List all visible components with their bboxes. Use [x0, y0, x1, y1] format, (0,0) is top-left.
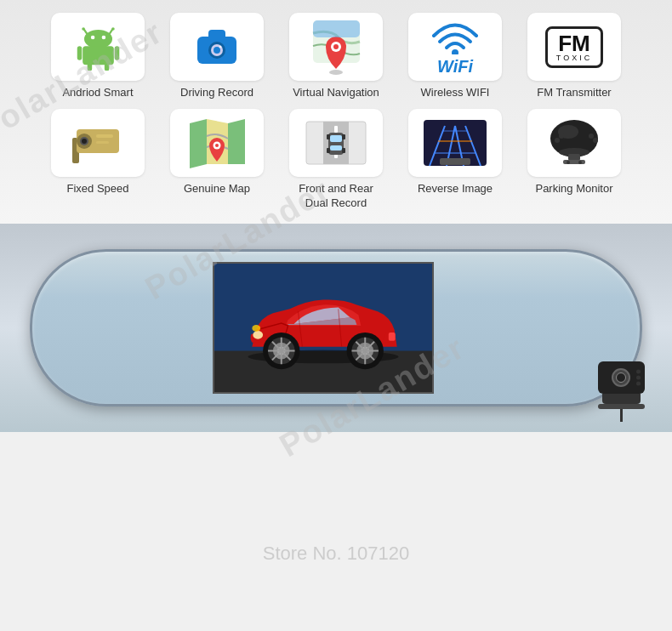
svg-rect-43: [330, 145, 342, 151]
feature-fm: FM TOXIC FM Transmitter: [519, 13, 629, 100]
cam-light-2: [636, 375, 641, 379]
feature-driving: Driving Record: [162, 13, 272, 100]
svg-point-89: [252, 325, 260, 332]
svg-point-16: [214, 47, 220, 54]
svg-rect-22: [313, 20, 360, 37]
speed-label: Fixed Speed: [67, 182, 129, 196]
map-icon: [185, 115, 249, 170]
svg-point-6: [101, 35, 105, 39]
svg-rect-10: [87, 63, 92, 71]
camera-body: [598, 361, 645, 394]
svg-rect-7: [83, 46, 114, 65]
wifi-label: Wireless WIFI: [421, 86, 490, 100]
speed-icon-box: [51, 109, 145, 177]
parking-label: Parking Monitor: [535, 182, 612, 196]
front-rear-icon: [302, 117, 370, 168]
svg-rect-44: [327, 134, 330, 139]
fm-icon-box: FM TOXIC: [527, 13, 621, 81]
camera-wire: [620, 409, 623, 422]
store-watermark: Store No. 107120: [263, 543, 409, 565]
svg-point-17: [219, 46, 222, 48]
svg-point-3: [111, 27, 115, 31]
svg-point-67: [578, 161, 582, 164]
camera-lens-inner: [616, 372, 626, 383]
feature-navigation: Virtual Navigation: [281, 13, 391, 100]
camera-mount: [602, 394, 641, 404]
cam-light-3: [636, 381, 641, 385]
svg-rect-65: [563, 160, 585, 164]
navigation-icon-box: [289, 13, 383, 81]
svg-point-23: [452, 49, 458, 54]
svg-rect-29: [96, 134, 113, 138]
wifi-text: WiFi: [437, 58, 473, 75]
rear-camera: [587, 361, 655, 417]
svg-rect-11: [104, 63, 109, 71]
camera-icon: [187, 21, 247, 72]
svg-rect-64: [568, 154, 580, 161]
svg-rect-88: [389, 333, 396, 341]
cam-light-1: [636, 369, 641, 373]
wifi-arcs: [430, 19, 481, 54]
product-display-section: Store No. 107120: [0, 224, 672, 432]
car-display: [214, 262, 432, 394]
map-pin-icon: [309, 16, 364, 77]
parking-icon-box: [527, 109, 621, 177]
features-section: Andriod Smart Driving Record: [0, 0, 672, 224]
fm-symbol: FM TOXIC: [545, 26, 603, 68]
svg-rect-13: [208, 30, 225, 40]
mirror-screen: [213, 262, 434, 394]
android-label: Andriod Smart: [62, 86, 133, 100]
feature-android: Andriod Smart: [43, 13, 153, 100]
front-rear-icon-box: [289, 109, 383, 177]
map-label: Genuine Map: [184, 182, 250, 196]
android-icon-box: [51, 13, 145, 81]
svg-point-28: [82, 139, 87, 144]
wifi-icon-box: WiFi: [408, 13, 502, 81]
wifi-symbol: WiFi: [430, 19, 481, 75]
svg-point-1: [82, 27, 85, 31]
speed-cam-icon: [64, 119, 132, 166]
svg-point-62: [593, 138, 598, 143]
svg-point-60: [555, 138, 560, 143]
driving-icon-box: [170, 13, 264, 81]
reverse-icon-box: [408, 109, 502, 177]
parking-icon: [544, 115, 604, 170]
fm-small-text: TOXIC: [556, 54, 592, 62]
svg-marker-33: [228, 119, 245, 164]
front-rear-label: Front and RearDual Record: [299, 182, 373, 211]
svg-rect-38: [334, 126, 338, 133]
features-row-1: Andriod Smart Driving Record: [4, 13, 668, 100]
svg-rect-47: [342, 148, 345, 153]
reverse-label: Reverse Image: [418, 182, 493, 196]
feature-wifi: WiFi Wireless WIFI: [400, 13, 510, 100]
fm-label: FM Transmitter: [537, 86, 611, 100]
svg-point-5: [90, 35, 94, 39]
svg-rect-30: [96, 141, 109, 144]
svg-rect-45: [342, 134, 345, 139]
navigation-label: Virtual Navigation: [293, 86, 379, 100]
features-row-2: Fixed Speed Genuine Map: [4, 109, 668, 211]
svg-point-21: [333, 44, 339, 49]
svg-rect-56: [440, 158, 470, 165]
svg-rect-42: [330, 135, 342, 142]
feature-parking: Parking Monitor: [519, 109, 629, 211]
svg-point-66: [567, 161, 570, 164]
android-icon: [75, 24, 122, 71]
reverse-icon: [421, 117, 489, 168]
feature-front-rear: Front and RearDual Record: [281, 109, 391, 211]
svg-marker-31: [190, 119, 207, 168]
feature-reverse: Reverse Image: [400, 109, 510, 211]
camera-lights: [636, 369, 641, 385]
svg-rect-8: [77, 46, 82, 60]
svg-point-35: [215, 144, 219, 147]
feature-speed: Fixed Speed: [43, 109, 153, 211]
camera-lens: [612, 368, 630, 387]
svg-point-19: [329, 70, 343, 75]
driving-label: Driving Record: [180, 86, 253, 100]
svg-point-61: [589, 134, 594, 139]
svg-point-59: [559, 134, 564, 139]
mirror-body: [30, 249, 642, 406]
map-icon-box: [170, 109, 264, 177]
svg-point-4: [84, 29, 112, 48]
fm-big-text: FM: [558, 32, 590, 54]
